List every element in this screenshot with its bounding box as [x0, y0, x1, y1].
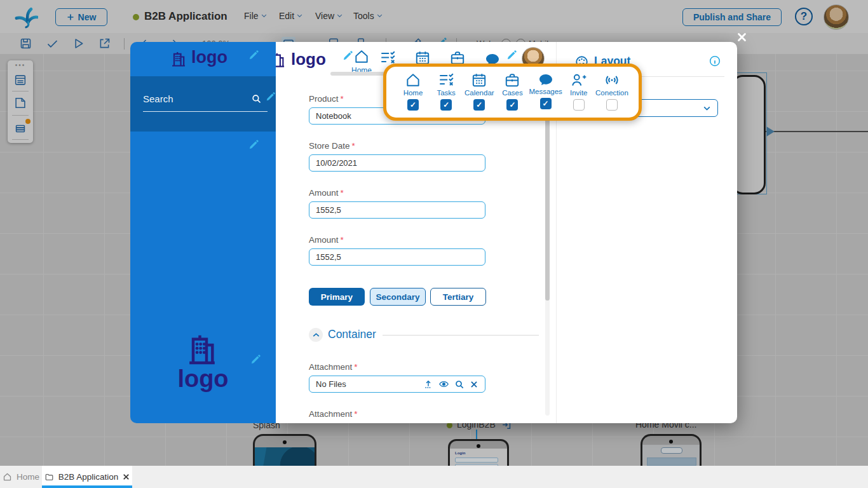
collapse-chevron-icon[interactable] — [309, 328, 323, 342]
tab-close-icon[interactable] — [123, 473, 130, 480]
tertiary-button[interactable]: Tertiary — [430, 288, 486, 306]
store-date-input[interactable] — [309, 154, 485, 172]
tab-home[interactable]: Home — [0, 466, 42, 488]
connection-icon — [604, 72, 620, 88]
popup-item-messages[interactable]: Messages ✓ — [529, 72, 562, 118]
edit-pencil-icon[interactable] — [248, 139, 259, 151]
container-section-title[interactable]: Container — [328, 328, 376, 341]
sidebar-logo-band: logo — [130, 42, 276, 76]
popup-item-invite[interactable]: Invite — [562, 72, 595, 118]
field-label-amount-2: Amount* — [309, 235, 344, 245]
sidebar-logo-text-bottom: logo — [130, 365, 276, 393]
bottom-tab-bar: Home B2B Application — [0, 466, 868, 488]
upload-icon[interactable] — [423, 379, 433, 390]
invite-icon — [571, 72, 587, 88]
connection-checkbox[interactable] — [606, 99, 618, 111]
folder-icon — [44, 472, 54, 482]
edit-pencil-icon[interactable] — [248, 50, 259, 61]
tasks-icon — [438, 72, 454, 88]
application-window: New B2B Application File Edit View Tools… — [0, 0, 868, 488]
sidebar-search-band: Search — [130, 76, 276, 132]
nav-home[interactable]: Home — [344, 48, 379, 75]
field-label-product: Product* — [309, 94, 344, 104]
amount-input-1[interactable] — [309, 201, 485, 219]
edit-pencil-icon[interactable] — [250, 354, 261, 365]
modal-close-icon[interactable] — [736, 32, 747, 43]
field-label-amount-1: Amount* — [309, 188, 344, 198]
attachment-input[interactable]: No Files — [309, 376, 485, 393]
search-underline — [143, 111, 268, 112]
header-logo-text: logo — [291, 50, 326, 69]
messages-checkbox[interactable]: ✓ — [540, 98, 552, 109]
messages-icon — [538, 72, 554, 87]
home-icon — [405, 72, 421, 88]
cases-checkbox[interactable]: ✓ — [506, 99, 518, 111]
form-scrollbar[interactable] — [545, 81, 550, 416]
tab-b2b-application[interactable]: B2B Application — [42, 466, 132, 488]
primary-button[interactable]: Primary — [309, 288, 365, 306]
search-icon[interactable] — [251, 93, 262, 104]
info-icon[interactable] — [709, 55, 721, 67]
amount-input-2[interactable] — [309, 248, 485, 266]
attachment-value: No Files — [316, 379, 423, 389]
section-divider — [383, 335, 539, 336]
sidebar-body-band: logo — [130, 132, 276, 423]
nav-items-popup: Home ✓ Tasks ✓ Calendar ✓ Cases ✓ Messag… — [383, 64, 642, 121]
field-label-attachment-2: Attachment* — [309, 409, 358, 419]
secondary-button[interactable]: Secondary — [370, 288, 426, 306]
active-tab-indicator — [42, 485, 132, 488]
building-logo-icon — [184, 332, 220, 367]
popup-item-home[interactable]: Home ✓ — [397, 72, 430, 118]
sidebar-logo-text: logo — [191, 48, 227, 67]
tab-b2b-label: B2B Application — [58, 472, 119, 482]
field-label-attachment-1: Attachment* — [309, 362, 358, 372]
popup-item-calendar[interactable]: Calendar ✓ — [463, 72, 496, 118]
chevron-down-icon — [703, 104, 711, 112]
home-icon — [3, 472, 12, 482]
invite-checkbox[interactable] — [573, 99, 585, 111]
tab-home-label: Home — [17, 472, 39, 482]
search-input[interactable]: Search — [143, 93, 173, 104]
field-label-store-date: Store Date* — [309, 141, 355, 151]
popup-item-tasks[interactable]: Tasks ✓ — [430, 72, 463, 118]
popup-item-connection[interactable]: Conection — [595, 72, 628, 118]
eye-icon[interactable] — [438, 379, 449, 390]
search-icon[interactable] — [454, 379, 465, 390]
calendar-checkbox[interactable]: ✓ — [473, 99, 485, 111]
popup-item-cases[interactable]: Cases ✓ — [496, 72, 529, 118]
cases-icon — [504, 72, 520, 88]
edit-pencil-icon[interactable] — [265, 92, 276, 102]
building-logo-icon — [276, 51, 287, 69]
calendar-icon — [471, 72, 487, 88]
preview-sidebar: logo Search logo — [130, 42, 276, 423]
home-icon — [353, 48, 370, 65]
tasks-checkbox[interactable]: ✓ — [440, 99, 452, 111]
building-logo-icon — [170, 50, 187, 68]
scrollbar-thumb[interactable] — [545, 116, 550, 301]
clear-x-icon[interactable] — [470, 380, 478, 389]
home-checkbox[interactable]: ✓ — [407, 99, 419, 111]
edit-pencil-icon[interactable] — [506, 50, 517, 61]
